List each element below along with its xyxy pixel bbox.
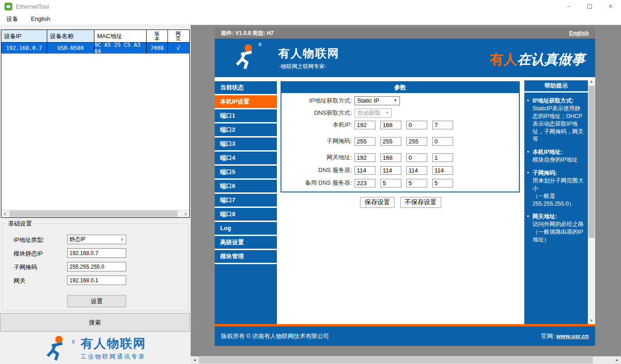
header-subtitle: -物联网之联网专家- (279, 63, 326, 70)
embedded-browser: 固件: V1.0.8 类型: H7 English ® 有人物联网 -物联网之联… (191, 25, 621, 364)
nav-log[interactable]: Log (215, 222, 277, 235)
local-ip-octet-3[interactable] (406, 121, 427, 129)
nav-port8[interactable]: 端口8 (215, 208, 277, 221)
backup-dns-octet-3[interactable] (406, 179, 427, 187)
menu-english[interactable]: English (25, 13, 57, 25)
logo-tagline: 工业物联网通讯专家 (80, 353, 146, 361)
scroll-left-icon[interactable]: ◄ (191, 356, 198, 364)
gateway-octet-3[interactable] (406, 153, 427, 162)
device-web-link[interactable]: √ (168, 43, 188, 54)
page-header: ® 有人物联网 -物联网之联网专家- 有人在认真做事 (215, 39, 595, 79)
mask-octet-1[interactable] (355, 137, 375, 146)
dropdown-arrow-icon: ▼ (394, 98, 397, 103)
close-button[interactable]: ✕ (600, 0, 621, 13)
scrollbar-thumb[interactable] (588, 86, 595, 238)
ip-mode-select[interactable]: Static IP ▼ (355, 96, 400, 105)
device-version-cell: 7008 (147, 43, 168, 54)
gateway-octet-2[interactable] (380, 153, 401, 162)
column-device-ip[interactable]: 设备IP (1, 30, 47, 42)
english-link[interactable]: English (569, 28, 589, 39)
scroll-right-icon[interactable]: ► (613, 356, 621, 364)
title-bar: EthernetTool ─ ✕ (0, 0, 621, 13)
usr-person-icon-white (234, 44, 257, 70)
help-body: • IP地址获取方式:StaticIP表示使用静态的IP地址；DHCP表示动态获… (524, 93, 588, 324)
dns-octet-1[interactable] (355, 166, 375, 175)
nav-port6[interactable]: 端口6 (215, 180, 277, 192)
site-label: 官网: (541, 333, 555, 339)
scroll-up-icon[interactable]: ▲ (588, 79, 595, 85)
backup-dns-octet-1[interactable] (355, 179, 375, 187)
close-icon: ✕ (608, 3, 613, 10)
page-footer: 版权所有 © 济南有人物联网技术有限公司 官网: www.usr.cn (215, 326, 595, 346)
scroll-right-icon[interactable]: › (182, 210, 189, 217)
bullet-icon: • (527, 148, 532, 164)
column-mac[interactable]: MAC地址 (94, 30, 147, 42)
device-web-page: 固件: V1.0.8 类型: H7 English ® 有人物联网 -物联网之联… (215, 28, 595, 346)
local-ip-octet-1[interactable] (355, 121, 375, 129)
app-icon (5, 3, 12, 10)
save-settings-button[interactable]: 保存设置 (360, 197, 394, 208)
mask-octet-4[interactable] (432, 137, 453, 146)
nav-port1[interactable]: 端口1 (215, 109, 277, 122)
nav-port2[interactable]: 端口2 (215, 123, 277, 136)
device-mac-cell: 9C A5 25 C5 A3 84 (94, 43, 147, 54)
backup-dns-octet-2[interactable] (380, 179, 401, 187)
set-button[interactable]: 设置 (67, 295, 126, 307)
scrollbar-thumb[interactable] (10, 211, 177, 217)
nav-port7[interactable]: 端口7 (215, 194, 277, 207)
dns-octet-4[interactable] (432, 166, 453, 175)
nav-current-status[interactable]: 当前状态 (215, 81, 277, 94)
scroll-down-icon[interactable]: ▼ (588, 318, 595, 324)
browser-horizontal-scrollbar[interactable]: ◄ ► (191, 356, 621, 364)
usr-website-link[interactable]: www.usr.cn (556, 333, 589, 339)
gateway-octet-4[interactable] (432, 153, 453, 162)
nav-module-management[interactable]: 模块管理 (215, 250, 277, 263)
device-table: 设备IP 设备名称 MAC地址 版本 网页 192.168.0.7 USR-N5… (1, 30, 190, 218)
column-device-name[interactable]: 设备名称 (47, 30, 94, 42)
menu-device[interactable]: 设备 (0, 13, 25, 25)
subnet-mask-label: 子网掩码: (281, 137, 352, 145)
scrollbar-thumb[interactable] (199, 357, 593, 364)
bullet-icon: • (527, 213, 532, 244)
column-web[interactable]: 网页 (168, 30, 188, 42)
device-row[interactable]: 192.168.0.7 USR-N580 9C A5 25 C5 A3 84 7… (1, 43, 189, 54)
maximize-button[interactable] (579, 0, 600, 13)
column-version[interactable]: 版本 (147, 30, 168, 42)
window-title: EthernetTool (16, 3, 49, 10)
search-button[interactable]: 搜索 (0, 313, 190, 332)
static-ip-input[interactable] (67, 248, 126, 258)
table-horizontal-scrollbar[interactable]: ‹ › (1, 210, 189, 217)
nav-local-ip-settings[interactable]: 本机IP设置 (215, 95, 277, 108)
local-ip-octet-4[interactable] (432, 121, 453, 129)
nav-port5[interactable]: 端口5 (215, 166, 277, 178)
firmware-info: 固件: V1.0.8 类型: H7 (221, 28, 274, 39)
nav-advanced-settings[interactable]: 高级设置 (215, 236, 277, 249)
gateway-octet-1[interactable] (355, 153, 375, 162)
mask-octet-3[interactable] (406, 137, 427, 146)
dns-octet-3[interactable] (406, 166, 427, 175)
mask-octet-2[interactable] (380, 137, 401, 146)
help-item-mask: • 子网掩码:用来划分子网范围大小 （一般是 255.255.255.0） (527, 169, 585, 207)
registered-mark: ® (258, 42, 261, 47)
nav-port3[interactable]: 端口3 (215, 138, 277, 150)
ip-type-select[interactable]: 静态IP ∨ (67, 235, 126, 244)
page-vertical-scrollbar[interactable]: ▲ ▼ (588, 79, 595, 324)
scroll-left-icon[interactable]: ‹ (1, 210, 9, 217)
nav-port4[interactable]: 端口4 (215, 152, 277, 164)
device-ip-cell: 192.168.0.7 (1, 43, 47, 54)
help-panel: 帮助提示 • IP地址获取方式:StaticIP表示使用静态的IP地址；DHCP… (524, 79, 588, 324)
help-item-ip-mode: • IP地址获取方式:StaticIP表示使用静态的IP地址；DHCP表示动态获… (527, 97, 585, 143)
firmware-bar: 固件: V1.0.8 类型: H7 English (215, 28, 595, 39)
discard-settings-button[interactable]: 不保存设置 (400, 197, 441, 208)
dns-octet-2[interactable] (380, 166, 401, 175)
mask-input[interactable] (67, 262, 126, 271)
bullet-icon: • (527, 169, 532, 207)
minimize-button[interactable]: ─ (558, 0, 579, 13)
backup-dns-octet-4[interactable] (432, 179, 453, 187)
help-title: 帮助提示 (524, 80, 588, 91)
gateway-input[interactable] (67, 275, 126, 285)
combo-arrow-icon: ∨ (120, 235, 123, 244)
parameters-title: 参数 (281, 82, 519, 93)
copyright-text: 版权所有 © 济南有人物联网技术有限公司 (221, 326, 329, 346)
local-ip-octet-2[interactable] (380, 121, 401, 129)
